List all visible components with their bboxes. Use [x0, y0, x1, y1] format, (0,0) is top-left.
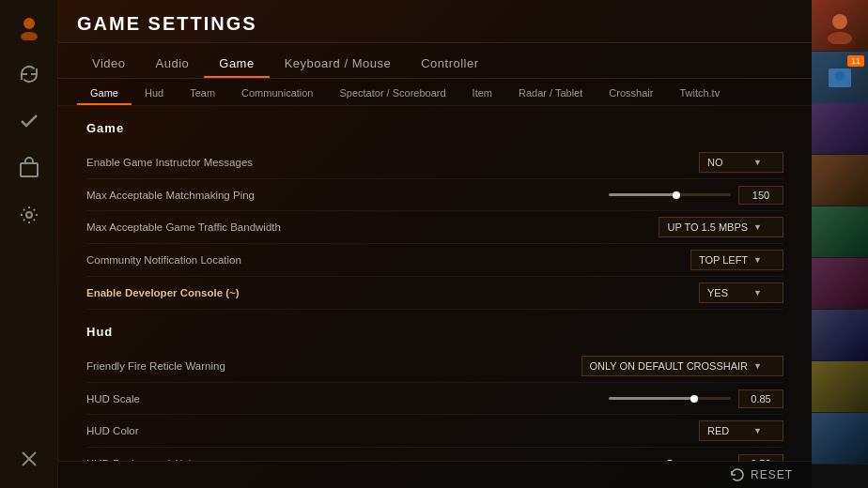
svg-point-7 — [828, 32, 852, 44]
sub-nav-hud[interactable]: Hud — [132, 83, 177, 105]
sub-nav-spectator[interactable]: Spectator / Scoreboard — [326, 83, 458, 105]
setting-control: 150 — [596, 186, 783, 205]
tab-video[interactable]: Video — [77, 51, 141, 78]
check-icon[interactable] — [11, 103, 47, 139]
setting-label: Enable Game Instructor Messages — [86, 157, 596, 168]
sub-nav: Game Hud Team Communication Spectator / … — [58, 79, 812, 106]
enable-instructor-dropdown[interactable]: NO ▼ — [699, 152, 783, 173]
section-hud-title: Hud — [86, 325, 783, 339]
user-item[interactable] — [812, 258, 868, 310]
settings-icon[interactable] — [11, 197, 47, 233]
user-list — [812, 103, 868, 488]
tab-audio[interactable]: Audio — [141, 51, 205, 78]
chevron-down-icon: ▼ — [753, 222, 762, 232]
setting-hud-scale: HUD Scale 0.85 — [86, 383, 783, 415]
chevron-down-icon: ▼ — [753, 158, 762, 167]
nav-tabs: Video Audio Game Keyboard / Mouse Contro… — [58, 43, 812, 79]
setting-ping: Max Acceptable Matchmaking Ping 150 — [86, 179, 783, 211]
setting-control: 0.50 — [596, 454, 783, 462]
sub-nav-game[interactable]: Game — [77, 83, 132, 105]
setting-control: UP TO 1.5 MBPS ▼ — [596, 217, 783, 237]
setting-label: HUD Color — [86, 425, 596, 436]
sub-nav-team[interactable]: Team — [177, 83, 228, 105]
setting-notification-location: Community Notification Location TOP LEFT… — [86, 244, 783, 277]
sub-nav-radar[interactable]: Radar / Tablet — [505, 83, 596, 105]
reset-label: RESET — [751, 468, 793, 481]
tab-keyboard-mouse[interactable]: Keyboard / Mouse — [270, 51, 407, 78]
profile-icon[interactable] — [11, 9, 47, 45]
notification-location-dropdown[interactable]: TOP LEFT ▼ — [690, 250, 783, 270]
ping-slider-fill — [609, 193, 676, 196]
developer-console-dropdown[interactable]: YES ▼ — [699, 282, 783, 303]
refresh-icon[interactable] — [11, 56, 47, 92]
svg-point-9 — [835, 71, 845, 81]
hud-scale-slider-value: 0.85 — [738, 389, 783, 408]
hud-bg-alpha-slider-container: 0.50 — [609, 454, 783, 462]
hud-scale-slider-track[interactable] — [609, 397, 731, 400]
page-title: GAME SETTINGS — [77, 13, 257, 34]
setting-label: Max Acceptable Game Traffic Bandwidth — [86, 221, 596, 233]
avatar-main — [812, 0, 868, 52]
setting-enable-instructor: Enable Game Instructor Messages NO ▼ — [86, 146, 783, 179]
settings-content: Game Enable Game Instructor Messages NO … — [58, 106, 812, 461]
user-item[interactable] — [812, 310, 868, 361]
sub-nav-crosshair[interactable]: Crosshair — [596, 83, 666, 105]
footer: RESET — [58, 461, 812, 488]
sub-nav-item[interactable]: Item — [459, 83, 505, 105]
chevron-down-icon: ▼ — [753, 288, 762, 297]
setting-hud-color: HUD Color RED ▼ — [86, 415, 783, 448]
ping-slider-container: 150 — [609, 186, 783, 205]
user-item[interactable] — [812, 361, 868, 413]
user-item[interactable] — [812, 413, 868, 465]
reset-button[interactable]: RESET — [730, 467, 793, 482]
hud-color-dropdown[interactable]: RED ▼ — [699, 420, 783, 441]
ping-slider-thumb — [673, 191, 680, 199]
hud-scale-slider-fill — [609, 397, 694, 400]
bandwidth-dropdown[interactable]: UP TO 1.5 MBPS ▼ — [659, 217, 783, 237]
reset-icon — [730, 467, 745, 482]
hud-scale-slider-container: 0.85 — [609, 389, 783, 408]
hud-bg-alpha-slider-value: 0.50 — [738, 454, 783, 462]
sub-nav-communication[interactable]: Communication — [228, 83, 326, 105]
setting-bandwidth: Max Acceptable Game Traffic Bandwidth UP… — [86, 211, 783, 244]
close-icon[interactable] — [11, 441, 47, 477]
setting-hud-bg-alpha: HUD Background Alpha 0.50 — [86, 448, 783, 461]
svg-point-6 — [832, 14, 847, 29]
svg-rect-2 — [21, 163, 38, 176]
tab-controller[interactable]: Controller — [406, 51, 493, 78]
tab-game[interactable]: Game — [204, 51, 269, 78]
chevron-down-icon: ▼ — [753, 426, 762, 435]
setting-developer-console: Enable Developer Console (~) YES ▼ — [86, 277, 783, 310]
svg-point-0 — [23, 18, 35, 29]
user-item[interactable] — [812, 155, 868, 206]
setting-control: TOP LEFT ▼ — [596, 250, 783, 270]
chevron-down-icon: ▼ — [753, 255, 762, 265]
sidebar — [0, 0, 58, 488]
chevron-down-icon: ▼ — [753, 361, 762, 371]
avatar-secondary: 11 — [812, 52, 868, 103]
svg-point-1 — [21, 32, 38, 40]
hud-scale-slider-thumb — [690, 395, 698, 403]
user-item[interactable] — [812, 103, 868, 155]
setting-control: 0.85 — [596, 389, 783, 408]
setting-control: NO ▼ — [596, 152, 783, 173]
section-game-title: Game — [86, 121, 783, 135]
ping-slider-track[interactable] — [609, 193, 731, 196]
setting-label: Community Notification Location — [86, 254, 596, 266]
setting-control: ONLY ON DEFAULT CROSSHAIR ▼ — [581, 356, 783, 376]
setting-label: Friendly Fire Reticle Warning — [86, 360, 581, 372]
hud-bg-alpha-slider-thumb — [666, 460, 674, 462]
setting-label: Max Acceptable Matchmaking Ping — [86, 190, 596, 201]
ping-slider-value: 150 — [738, 186, 783, 205]
user-item[interactable] — [812, 206, 868, 258]
right-panel: 11 — [812, 0, 868, 488]
friendly-fire-dropdown[interactable]: ONLY ON DEFAULT CROSSHAIR ▼ — [581, 356, 783, 376]
avatar-image — [821, 7, 859, 44]
setting-control: RED ▼ — [596, 420, 783, 441]
inventory-icon[interactable] — [11, 150, 47, 186]
setting-label: HUD Scale — [86, 393, 596, 404]
setting-label: Enable Developer Console (~) — [86, 287, 596, 298]
sub-nav-twitch[interactable]: Twitch.tv — [666, 83, 733, 105]
main-content: GAME SETTINGS Video Audio Game Keyboard … — [58, 0, 812, 488]
header: GAME SETTINGS — [58, 0, 812, 43]
